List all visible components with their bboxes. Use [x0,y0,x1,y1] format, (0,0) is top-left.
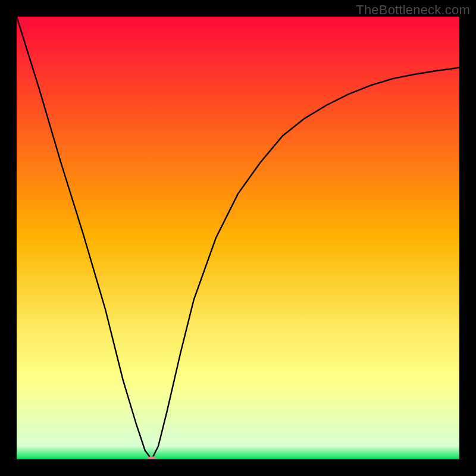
chart-frame: TheBottleneck.com [0,0,476,476]
gradient-background [17,17,459,459]
watermark-text: TheBottleneck.com [356,2,470,18]
plot-area [17,17,459,459]
bottleneck-chart [17,17,459,459]
